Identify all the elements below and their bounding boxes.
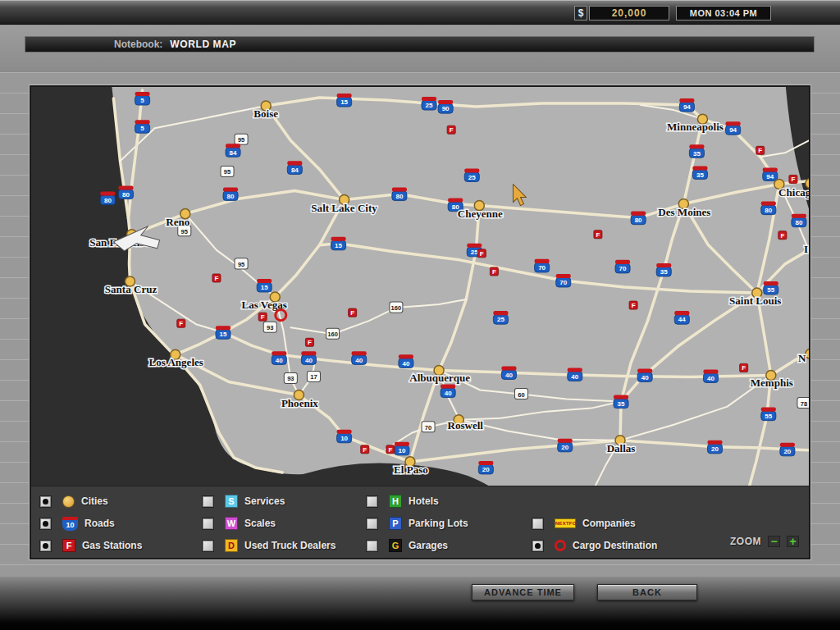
notebook-band: Notebook: WORLD MAP <box>0 25 840 72</box>
svg-text:80: 80 <box>635 217 642 224</box>
legend-label: Used Truck Dealers <box>244 540 336 551</box>
checkbox-cargo-destination[interactable] <box>532 540 544 552</box>
city-label: Memphis <box>751 377 793 390</box>
interstate-shield: 20 <box>478 461 493 474</box>
city-label-partial: N <box>798 352 806 364</box>
scales-icon: W <box>225 517 238 530</box>
gas-station-marker: F <box>594 231 602 239</box>
checkbox-cities[interactable] <box>39 495 52 508</box>
svg-text:40: 40 <box>571 373 578 381</box>
svg-text:35: 35 <box>696 171 704 179</box>
us-route-shield: 95 <box>221 166 234 176</box>
legend-item-cities: Cities <box>39 493 108 509</box>
svg-text:80: 80 <box>395 193 403 200</box>
svg-text:25: 25 <box>497 316 504 323</box>
interstate-shield: 25 <box>493 311 508 324</box>
svg-text:93: 93 <box>287 375 294 382</box>
city-label: Albuquerque <box>409 372 470 384</box>
svg-text:44: 44 <box>678 316 686 323</box>
checkbox-services[interactable] <box>202 495 214 508</box>
svg-text:95: 95 <box>224 168 231 176</box>
interstate-shield: 25 <box>422 97 436 110</box>
legend-label: Gas Stations <box>82 540 142 551</box>
legend-label: Scales <box>244 518 276 529</box>
gas-station-marker: F <box>789 175 797 183</box>
zoom-out-button[interactable]: − <box>768 536 780 547</box>
gas-station-marker: F <box>258 313 267 321</box>
checkbox-gas-stations[interactable] <box>39 540 52 552</box>
advance-time-button[interactable]: ADVANCE TIME <box>472 584 574 600</box>
interstate-shield: 10 <box>395 442 409 455</box>
game-screen: $ 20,000 MON 03:04 PM Notebook: WORLD MA… <box>0 0 840 630</box>
interstate-shield: 80 <box>392 188 407 201</box>
gas-station-marker: F <box>349 308 357 317</box>
svg-text:17: 17 <box>310 373 317 381</box>
us-route-shield: 160 <box>390 302 403 313</box>
svg-text:160: 160 <box>391 304 402 312</box>
svg-text:40: 40 <box>641 374 649 381</box>
checkbox-garages[interactable] <box>366 540 378 552</box>
svg-text:94: 94 <box>683 103 691 111</box>
map-panel: 9595959516016093936070781755151515158484… <box>30 85 810 559</box>
svg-text:60: 60 <box>518 391 524 399</box>
money-display: 20,000 <box>589 6 669 21</box>
svg-text:10: 10 <box>340 435 348 442</box>
city-label: Los Angeles <box>149 356 203 368</box>
svg-text:160: 160 <box>327 331 338 338</box>
back-button[interactable]: BACK <box>597 584 697 600</box>
world-map[interactable]: 9595959516016093936070781755151515158484… <box>31 87 809 486</box>
zoom-in-button[interactable]: + <box>787 536 799 547</box>
interstate-shield: 35 <box>689 144 704 158</box>
notebook-page: 9595959516016093936070781755151515158484… <box>0 72 840 577</box>
city-label: Reno <box>166 216 189 228</box>
svg-text:F: F <box>450 126 454 134</box>
checkbox-scales[interactable] <box>202 518 214 530</box>
svg-text:25: 25 <box>426 102 433 109</box>
gas-station-marker: F <box>177 319 185 327</box>
svg-text:20: 20 <box>561 444 568 451</box>
legend-label: Cities <box>81 495 108 507</box>
svg-text:80: 80 <box>765 207 772 214</box>
svg-text:80: 80 <box>104 197 112 204</box>
interstate-shield: 70 <box>556 274 571 287</box>
svg-text:15: 15 <box>220 331 227 338</box>
parking-lots-icon: P <box>389 517 402 530</box>
svg-text:40: 40 <box>445 390 452 397</box>
svg-text:70: 70 <box>559 279 567 286</box>
interstate-shield: 35 <box>692 166 707 179</box>
svg-text:70: 70 <box>425 424 431 431</box>
gas-station-marker: F <box>740 363 748 372</box>
gas-station-marker: F <box>447 126 455 134</box>
checkbox-roads[interactable] <box>39 518 52 530</box>
interstate-shield: 80 <box>761 202 776 215</box>
garages-icon: G <box>389 539 402 552</box>
checkbox-hotels[interactable] <box>366 495 378 508</box>
interstate-shield: 40 <box>637 368 652 381</box>
svg-text:25: 25 <box>468 174 476 181</box>
svg-text:F: F <box>388 446 392 454</box>
top-status-bar: $ 20,000 MON 03:04 PM <box>0 0 840 25</box>
svg-text:90: 90 <box>442 105 450 112</box>
legend-item-gas-stations: FGas Stations <box>39 537 142 554</box>
gas-station-marker: F <box>477 249 486 258</box>
city-label: El Paso <box>394 463 428 476</box>
city-label-partial: I <box>804 243 808 255</box>
hotels-icon: H <box>389 495 402 508</box>
legend-label: Roads <box>84 518 115 529</box>
svg-text:15: 15 <box>340 98 348 106</box>
svg-text:20: 20 <box>783 448 791 455</box>
checkbox-parking-lots[interactable] <box>366 518 378 530</box>
svg-text:F: F <box>492 268 496 276</box>
checkbox-companies[interactable] <box>532 518 544 530</box>
interstate-shield: 20 <box>707 441 722 454</box>
interstate-shield: 35 <box>614 395 628 409</box>
svg-text:35: 35 <box>660 268 668 276</box>
svg-text:5: 5 <box>140 125 144 132</box>
checkbox-used-truck-dealers[interactable] <box>202 540 214 552</box>
svg-text:F: F <box>350 309 354 317</box>
gas-station-marker: F <box>305 338 313 346</box>
interstate-shield: 70 <box>535 259 550 272</box>
svg-text:F: F <box>742 364 746 372</box>
svg-text:F: F <box>480 250 484 258</box>
datetime-display: MON 03:04 PM <box>676 6 771 21</box>
